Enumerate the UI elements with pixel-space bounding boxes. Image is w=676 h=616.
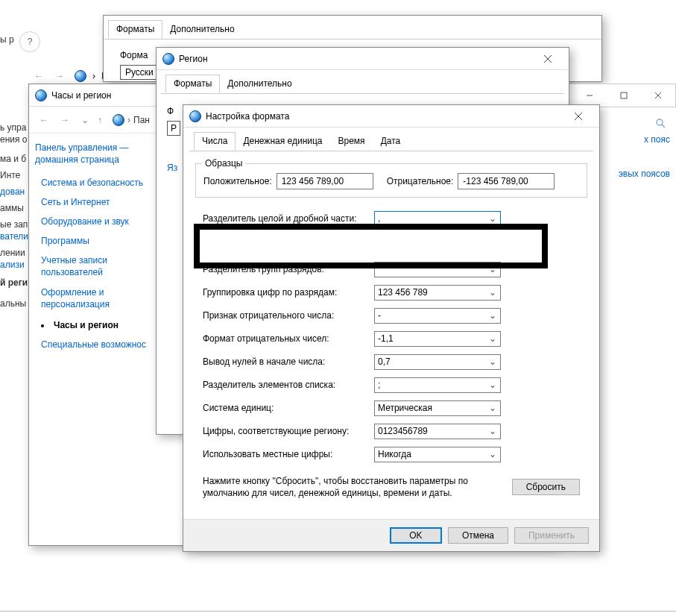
globe-icon [189, 110, 201, 122]
bg-label: ма и б [0, 154, 26, 164]
fwd-arrow-icon[interactable]: → [51, 67, 69, 85]
combo-value: -1,1 [378, 333, 394, 344]
breadcrumb-item[interactable]: Пан [133, 115, 150, 125]
combo-grouping-sep[interactable]: ⌄ [374, 262, 501, 277]
chevron-down-icon: ⌄ [488, 380, 497, 390]
label-decimal-sep: Разделитель целой и дробной части: [203, 213, 374, 224]
combo-neg-sign[interactable]: - ⌄ [374, 308, 501, 324]
samples-legend: Образцы [202, 158, 245, 169]
globe-icon [113, 114, 124, 126]
bg-link[interactable]: ватели [0, 231, 28, 242]
chevron-down-icon: ⌄ [488, 287, 497, 298]
format-titlebar[interactable]: Настройка формата [183, 105, 599, 128]
chevron-down-icon: ⌄ [488, 426, 497, 436]
close-button[interactable] [563, 105, 593, 128]
bg-label: лении [0, 248, 25, 258]
label-list-sep: Разделитель элементов списка: [203, 380, 374, 390]
tab-date[interactable]: Дата [373, 132, 409, 151]
dropdown-history-icon[interactable]: ⌄ [81, 115, 89, 125]
tab-advanced[interactable]: Дополнительно [162, 20, 242, 39]
label-digit-grouping: Группировка цифр по разрядам: [203, 287, 374, 298]
back-arrow-icon[interactable]: ← [35, 111, 53, 129]
negative-label: Отрицательное: [387, 176, 454, 186]
cancel-button[interactable]: Отмена [448, 527, 508, 544]
chevron-down-icon: ⌄ [488, 264, 497, 274]
region-title: Регион [179, 54, 533, 64]
timezone-link-trunc[interactable]: х пояс [644, 134, 670, 145]
sidebar-item-clock-region[interactable]: Часы и регион [41, 315, 157, 335]
sidebar-item-appearance[interactable]: Оформление и персонализация [41, 283, 157, 315]
globe-icon [35, 89, 47, 101]
bg-label: й реги [0, 277, 28, 288]
row-grouping-sep: Разделитель групп разрядов: ⌄ [203, 258, 580, 280]
bg-label: Инте [0, 170, 20, 180]
label-native-digits: Использовать местные цифры: [203, 449, 374, 459]
fwd-arrow-icon[interactable]: → [56, 111, 74, 129]
sidebar-item-system[interactable]: Система и безопасность [41, 173, 157, 192]
explorer-sidebar: Панель управления — домашняя страница Си… [29, 133, 163, 544]
combo-standard-digits[interactable]: 0123456789 ⌄ [374, 424, 501, 439]
label-neg-sign: Признак отрицательного числа: [203, 310, 374, 321]
home-link[interactable]: Панель управления — домашняя страница [35, 142, 157, 166]
bg-label: ы р [0, 34, 14, 45]
samples-group: Образцы Положительное: 123 456 789,00 От… [195, 163, 587, 198]
back-arrow-icon[interactable]: ← [30, 67, 48, 85]
row-digit-grouping: Группировка цифр по разрядам: 123 456 78… [203, 281, 580, 304]
bg-russian-combo[interactable]: Русски [120, 65, 160, 80]
combo-decimal-sep[interactable]: , ⌄ [374, 211, 501, 227]
bg-link[interactable]: ализи [0, 260, 25, 270]
tab-advanced[interactable]: Дополнительно [219, 75, 300, 93]
tab-numbers[interactable]: Числа [194, 132, 236, 151]
label-neg-format: Формат отрицательных чисел: [203, 333, 374, 344]
maximize-button[interactable] [607, 84, 641, 107]
chevron-down-icon: ⌄ [488, 213, 497, 224]
svg-line-5 [662, 125, 665, 128]
row-decimal-sep: Разделитель целой и дробной части: , ⌄ [203, 207, 580, 230]
timezone-link-trunc2[interactable]: эвых поясов [619, 169, 670, 179]
row-native-digits: Использовать местные цифры: Никогда ⌄ [203, 443, 580, 465]
sidebar-item-network[interactable]: Сеть и Интернет [41, 192, 157, 212]
bg-label: ые зап [0, 219, 28, 230]
tab-formats[interactable]: Форматы [108, 20, 162, 39]
minimize-button[interactable] [572, 84, 607, 107]
chevron-down-icon: ⌄ [488, 333, 497, 344]
sidebar-item-accessibility[interactable]: Специальные возможнос [41, 335, 157, 354]
combo-value: 0123456789 [378, 426, 428, 436]
reset-button[interactable]: Сбросить [512, 479, 580, 495]
apply-button[interactable]: Применить [514, 527, 589, 544]
bottom-divider [0, 611, 676, 612]
combo-value: 0,7 [378, 356, 391, 367]
combo-measurement[interactable]: Метрическая ⌄ [374, 400, 501, 416]
number-format-window: Настройка формата Числа Денежная единица… [183, 104, 600, 552]
sidebar-item-hardware[interactable]: Оборудование и звук [41, 212, 157, 231]
up-arrow-icon[interactable]: ↑ [98, 115, 102, 125]
tab-time[interactable]: Время [330, 132, 373, 151]
region-combobox-stub[interactable]: Р [167, 121, 180, 136]
combo-list-sep[interactable]: ; ⌄ [374, 377, 501, 393]
chevron-down-icon: ⌄ [488, 310, 497, 321]
globe-icon [75, 70, 86, 82]
search-icon[interactable] [649, 115, 672, 131]
tab-formats[interactable]: Форматы [165, 75, 220, 93]
tab-currency[interactable]: Денежная единица [235, 132, 330, 151]
ok-button[interactable]: OK [390, 527, 442, 544]
combo-value: Метрическая [378, 403, 432, 413]
combo-native-digits[interactable]: Никогда ⌄ [374, 447, 501, 462]
combo-digit-grouping[interactable]: 123 456 789 ⌄ [374, 285, 501, 301]
region-titlebar[interactable]: Регион [157, 48, 569, 70]
help-icon[interactable]: ? [19, 31, 40, 52]
label-measurement: Система единиц: [203, 403, 374, 413]
format-title: Настройка формата [206, 111, 563, 122]
bg-link[interactable]: дован [0, 186, 25, 197]
close-button[interactable] [533, 48, 563, 70]
svg-point-4 [657, 119, 663, 125]
dialog-buttons: OK Отмена Применить [183, 519, 599, 551]
label-grouping-sep: Разделитель групп разрядов: [203, 264, 374, 274]
sidebar-item-programs[interactable]: Программы [41, 231, 157, 251]
sidebar-item-users[interactable]: Учетные записи пользователей [41, 251, 157, 283]
chevron-down-icon: ⌄ [488, 449, 497, 459]
combo-leading-zero[interactable]: 0,7 ⌄ [374, 354, 501, 370]
close-button[interactable] [641, 84, 675, 107]
combo-neg-format[interactable]: -1,1 ⌄ [374, 331, 501, 347]
bg-label: ения о [0, 134, 28, 145]
